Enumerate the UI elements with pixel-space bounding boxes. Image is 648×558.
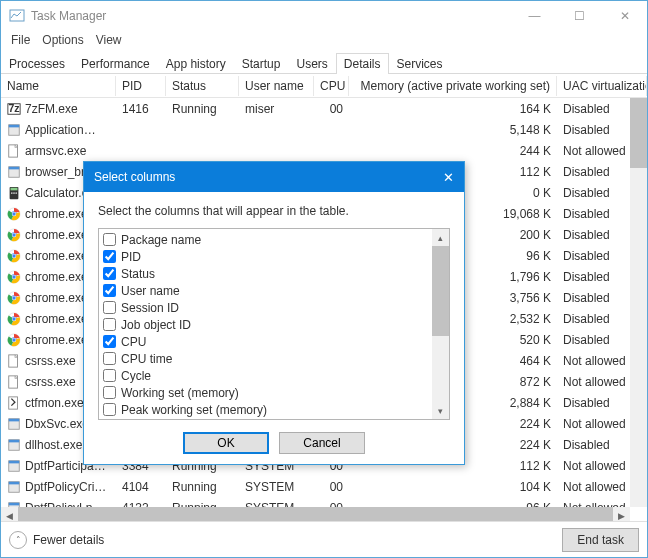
column-checkbox[interactable]: [103, 267, 116, 280]
column-option[interactable]: Status: [103, 265, 445, 282]
column-checkbox[interactable]: [103, 284, 116, 297]
svg-point-41: [12, 338, 16, 342]
dialog-titlebar[interactable]: Select columns ✕: [84, 162, 464, 192]
dialog-scrollbar[interactable]: ▴ ▾: [432, 229, 449, 419]
column-checkbox[interactable]: [103, 386, 116, 399]
process-icon: [7, 417, 21, 431]
column-option[interactable]: CPU time: [103, 350, 445, 367]
col-user[interactable]: User name: [239, 76, 314, 96]
fewer-details-button[interactable]: ˄ Fewer details: [9, 531, 104, 549]
process-icon: [7, 312, 21, 326]
process-user: miser: [239, 100, 314, 118]
table-row[interactable]: armsvc.exe244 KNot allowed: [1, 140, 647, 161]
process-status: [166, 149, 239, 153]
scroll-up-icon[interactable]: ▴: [432, 229, 449, 246]
process-cpu: 00: [314, 100, 349, 118]
tab-details[interactable]: Details: [336, 53, 389, 74]
column-option[interactable]: Working set (memory): [103, 384, 445, 401]
process-name: chrome.exe: [25, 228, 88, 242]
process-memory: 5,148 K: [349, 121, 557, 139]
process-name: csrss.exe: [25, 354, 76, 368]
column-option[interactable]: Job object ID: [103, 316, 445, 333]
column-option[interactable]: User name: [103, 282, 445, 299]
tabbar: Processes Performance App history Startu…: [1, 52, 647, 74]
column-option[interactable]: CPU: [103, 333, 445, 350]
maximize-button[interactable]: ☐: [557, 2, 602, 31]
process-name: chrome.exe: [25, 333, 88, 347]
tab-processes[interactable]: Processes: [1, 53, 73, 74]
minimize-button[interactable]: —: [512, 2, 557, 31]
svg-rect-8: [9, 166, 20, 169]
process-status: Running: [166, 100, 239, 118]
process-name: chrome.exe: [25, 291, 88, 305]
col-uac[interactable]: UAC virtualization: [557, 76, 647, 96]
scrollbar-thumb[interactable]: [630, 98, 647, 168]
column-option[interactable]: Cycle: [103, 367, 445, 384]
dialog-close-button[interactable]: ✕: [443, 170, 454, 185]
scrollbar-thumb[interactable]: [432, 246, 449, 336]
column-option[interactable]: Working set delta (memory): [103, 418, 445, 420]
svg-text:7z: 7z: [8, 102, 19, 114]
svg-point-29: [12, 275, 16, 279]
column-checkbox[interactable]: [103, 318, 116, 331]
column-checkbox[interactable]: [103, 250, 116, 263]
titlebar[interactable]: Task Manager — ☐ ✕: [1, 1, 647, 31]
column-option[interactable]: PID: [103, 248, 445, 265]
menu-view[interactable]: View: [90, 31, 128, 50]
task-manager-icon: [9, 8, 25, 24]
column-checkbox[interactable]: [103, 352, 116, 365]
column-checkbox[interactable]: [103, 301, 116, 314]
process-name: dllhost.exe: [25, 438, 82, 452]
menu-options[interactable]: Options: [36, 31, 89, 50]
process-icon: [7, 165, 21, 179]
col-pid[interactable]: PID: [116, 76, 166, 96]
tab-startup[interactable]: Startup: [234, 53, 289, 74]
cancel-button[interactable]: Cancel: [279, 432, 365, 454]
process-icon: 7z: [7, 102, 21, 116]
close-button[interactable]: ✕: [602, 2, 647, 31]
column-option[interactable]: Peak working set (memory): [103, 401, 445, 418]
scroll-down-icon[interactable]: ▾: [432, 402, 449, 419]
process-pid: 4104: [116, 478, 166, 496]
process-user: [239, 149, 314, 153]
tab-performance[interactable]: Performance: [73, 53, 158, 74]
process-icon: [7, 438, 21, 452]
ok-button[interactable]: OK: [183, 432, 269, 454]
process-icon: [7, 480, 21, 494]
col-memory[interactable]: Memory (active private working set): [349, 76, 557, 96]
column-checkbox[interactable]: [103, 403, 116, 416]
chevron-up-icon: ˄: [9, 531, 27, 549]
col-status[interactable]: Status: [166, 76, 239, 96]
column-checklist[interactable]: Package namePIDStatusUser nameSession ID…: [98, 228, 450, 420]
menu-file[interactable]: File: [5, 31, 36, 50]
process-name: chrome.exe: [25, 207, 88, 221]
svg-point-25: [12, 254, 16, 258]
table-row[interactable]: 7z7zFM.exe1416Runningmiser00164 KDisable…: [1, 98, 647, 119]
column-checkbox[interactable]: [103, 233, 116, 246]
process-icon: [7, 291, 21, 305]
column-option[interactable]: Session ID: [103, 299, 445, 316]
column-option-label: Peak working set (memory): [121, 403, 267, 417]
svg-point-33: [12, 296, 16, 300]
column-checkbox[interactable]: [103, 369, 116, 382]
col-cpu[interactable]: CPU: [314, 76, 349, 96]
process-icon: [7, 249, 21, 263]
end-task-button[interactable]: End task: [562, 528, 639, 552]
process-memory: 164 K: [349, 100, 557, 118]
table-row[interactable]: DptfPolicyCri…4104RunningSYSTEM00104 KNo…: [1, 476, 647, 497]
tab-services[interactable]: Services: [389, 53, 451, 74]
process-icon: [7, 228, 21, 242]
column-option-label: PID: [121, 250, 141, 264]
column-checkbox[interactable]: [103, 335, 116, 348]
col-name[interactable]: Name: [1, 76, 116, 96]
process-name: DbxSvc.exe: [25, 417, 89, 431]
column-option-label: CPU time: [121, 352, 172, 366]
tab-users[interactable]: Users: [288, 53, 335, 74]
svg-point-17: [12, 212, 16, 216]
vertical-scrollbar[interactable]: [630, 98, 647, 507]
column-option[interactable]: Package name: [103, 231, 445, 248]
process-icon: [7, 144, 21, 158]
process-pid: [116, 128, 166, 132]
table-row[interactable]: Application…5,148 KDisabled: [1, 119, 647, 140]
tab-app-history[interactable]: App history: [158, 53, 234, 74]
